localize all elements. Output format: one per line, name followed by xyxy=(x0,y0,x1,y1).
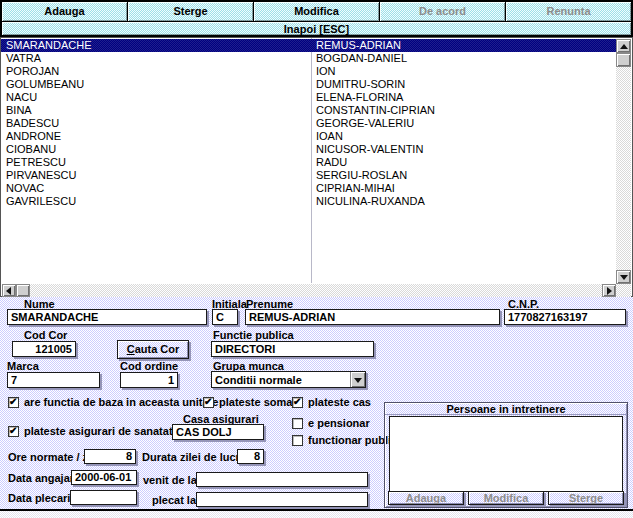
checkbox-box xyxy=(292,418,303,429)
list-item-nume: ANDRONE xyxy=(1,130,313,143)
checkbox-e-pensionar[interactable]: e pensionar xyxy=(292,417,370,429)
list-item-prenume: CONSTANTIN-CIPRIAN xyxy=(313,104,616,117)
data-plecarii-input[interactable] xyxy=(70,490,137,505)
vscroll-track[interactable] xyxy=(616,67,631,270)
arrow-right-icon xyxy=(607,287,612,295)
list-item-prenume: DUMITRU-SORIN xyxy=(313,78,616,91)
list-item-prenume: SERGIU-ROSLAN xyxy=(313,169,616,182)
arrow-left-icon xyxy=(6,287,11,295)
list-item-nume: POROJAN xyxy=(1,65,313,78)
scroll-up-button[interactable] xyxy=(616,39,631,53)
initiala-input[interactable]: C xyxy=(212,309,238,325)
list-item-prenume: BOGDAN-DANIEL xyxy=(313,52,616,65)
list-item[interactable]: BINACONSTANTIN-CIPRIAN xyxy=(1,104,616,117)
checkbox-box xyxy=(8,397,19,408)
list-item[interactable]: PIRVANESCUSERGIU-ROSLAN xyxy=(1,169,616,182)
list-item[interactable]: NACUELENA-FLORINA xyxy=(1,91,616,104)
cancel-button: Renunta xyxy=(506,2,631,21)
list-item-nume: GOLUMBEANU xyxy=(1,78,313,91)
dropdown-button[interactable] xyxy=(350,372,365,387)
scrollbar-corner xyxy=(616,284,631,297)
marca-label: Marca xyxy=(7,361,39,372)
toolbar: Adauga Sterge Modifica De acord Renunta xyxy=(0,0,633,21)
list-item[interactable]: PETRESCURADU xyxy=(1,156,616,169)
dependents-list[interactable] xyxy=(389,416,623,492)
list-item-prenume: CIPRIAN-MIHAI xyxy=(313,182,616,195)
vscroll-thumb[interactable] xyxy=(616,53,631,67)
ore-normate-label: Ore normate / zi xyxy=(8,452,91,463)
list-item-nume: PETRESCU xyxy=(1,156,313,169)
list-item-prenume: RADU xyxy=(313,156,616,169)
checkbox-functionar-public[interactable]: functionar public xyxy=(292,434,397,446)
list-item-nume: CIOBANU xyxy=(1,143,313,156)
list-item-nume: BINA xyxy=(1,104,313,117)
grupa-munca-value: Conditii normale xyxy=(215,373,302,387)
list-item-nume: PIRVANESCU xyxy=(1,169,313,182)
chevron-down-icon xyxy=(354,378,362,383)
prenume-input[interactable]: REMUS-ADRIAN xyxy=(245,309,500,325)
list-item[interactable]: ANDRONEIOAN xyxy=(1,130,616,143)
employee-list[interactable]: SMARANDACHEREMUS-ADRIANVATRABOGDAN-DANIE… xyxy=(0,37,633,297)
scroll-down-button[interactable] xyxy=(616,270,631,284)
scroll-right-button[interactable] xyxy=(602,284,616,297)
delete-button[interactable]: Sterge xyxy=(128,2,254,21)
cod-ordine-input[interactable]: 1 xyxy=(120,372,178,388)
list-item-nume: NOVAC xyxy=(1,182,313,195)
checkbox-plateste-asigurari[interactable]: plateste asigurari de sanatate xyxy=(8,425,179,437)
horizontal-scrollbar[interactable] xyxy=(2,284,616,297)
durata-zilei-input[interactable]: 8 xyxy=(237,449,264,464)
modify-button[interactable]: Modifica xyxy=(254,2,380,21)
venit-de-la-label: venit de la xyxy=(143,475,197,486)
dependent-delete-button: Sterge xyxy=(548,491,624,505)
cnp-input[interactable]: 1770827163197 xyxy=(504,309,626,325)
cod-cor-input[interactable]: 121005 xyxy=(12,341,76,357)
list-item[interactable]: SMARANDACHEREMUS-ADRIAN xyxy=(1,39,616,52)
list-item[interactable]: POROJANION xyxy=(1,65,616,78)
hscroll-track[interactable] xyxy=(30,284,602,297)
list-item[interactable]: GOLUMBEANUDUMITRU-SORIN xyxy=(1,78,616,91)
cauta-cor-button[interactable]: Cauta Cor xyxy=(117,340,189,359)
dependents-title: Persoane in intretinere xyxy=(385,403,627,415)
checkbox-box xyxy=(203,397,214,408)
functie-publica-input[interactable]: DIRECTORI xyxy=(211,341,374,357)
hscroll-thumb[interactable] xyxy=(16,284,30,297)
plecat-la-input[interactable] xyxy=(196,492,368,507)
dependents-groupbox: Persoane in intretinere Adauga Modifica … xyxy=(384,402,628,508)
checkbox-box xyxy=(292,397,303,408)
dependent-add-button: Adauga xyxy=(388,491,464,505)
scroll-left-button[interactable] xyxy=(2,284,16,297)
data-angajarii-input[interactable]: 2000-06-01 xyxy=(71,470,137,485)
list-item[interactable]: VATRABOGDAN-DANIEL xyxy=(1,52,616,65)
checkbox-plateste-somaj[interactable]: plateste somaj xyxy=(203,396,295,408)
list-item-nume: GAVRILESCU xyxy=(1,195,313,208)
list-item-nume: BADESCU xyxy=(1,117,313,130)
list-item-prenume: ION xyxy=(313,65,616,78)
functie-publica-label: Functie publica xyxy=(213,330,294,341)
list-item-prenume: GEORGE-VALERIU xyxy=(313,117,616,130)
data-plecarii-label: Data plecarii xyxy=(8,493,73,504)
window-bottom-strip xyxy=(0,511,633,518)
list-item-prenume: NICULINA-RUXANDA xyxy=(313,195,616,208)
list-item-prenume: IOAN xyxy=(313,130,616,143)
cod-cor-label: Cod Cor xyxy=(24,330,67,341)
list-item-nume: NACU xyxy=(1,91,313,104)
plecat-la-label: plecat la xyxy=(152,495,196,506)
vertical-scrollbar[interactable] xyxy=(616,39,631,284)
list-item[interactable]: GAVRILESCUNICULINA-RUXANDA xyxy=(1,195,616,208)
list-item[interactable]: NOVACCIPRIAN-MIHAI xyxy=(1,182,616,195)
arrow-down-icon xyxy=(620,275,628,280)
casa-asigurari-input[interactable]: CAS DOLJ xyxy=(172,424,264,440)
list-item-prenume: REMUS-ADRIAN xyxy=(313,39,616,52)
grupa-munca-dropdown[interactable]: Conditii normale xyxy=(211,371,366,388)
checkbox-functia-baza[interactable]: are functia de baza in aceasta unitate xyxy=(8,396,218,408)
list-item[interactable]: BADESCUGEORGE-VALERIU xyxy=(1,117,616,130)
data-angajarii-label: Data angajarii xyxy=(8,473,80,484)
list-item[interactable]: CIOBANUNICUSOR-VALENTIN xyxy=(1,143,616,156)
venit-de-la-input[interactable] xyxy=(196,472,368,487)
add-button[interactable]: Adauga xyxy=(2,2,128,21)
back-button[interactable]: Inapoi [ESC] xyxy=(0,21,633,37)
nume-input[interactable]: SMARANDACHE xyxy=(7,309,207,325)
ore-normate-input[interactable]: 8 xyxy=(84,449,136,464)
marca-input[interactable]: 7 xyxy=(7,372,100,388)
checkbox-plateste-cas[interactable]: plateste cas xyxy=(292,396,371,408)
